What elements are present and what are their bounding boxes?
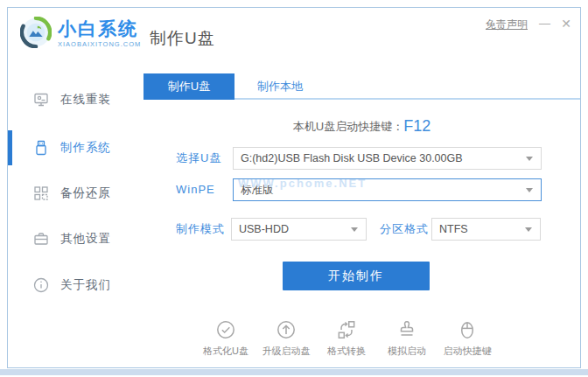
partition-format-label: 分区格式 [380, 218, 429, 241]
usb-select-dropdown[interactable]: G:(hd2)USB Flash Disk USB Device 30.00GB [233, 147, 542, 170]
start-make-button[interactable]: 开始制作 [283, 262, 430, 290]
partition-format-dropdown[interactable]: NTFS [431, 218, 541, 241]
chevron-down-icon [525, 227, 532, 232]
minimize-button[interactable]: — [539, 17, 550, 30]
sidebar-item-label: 备份还原 [60, 185, 111, 201]
arrow-up-circle-icon [275, 318, 298, 341]
window-shadow [0, 369, 588, 375]
sidebar-item-label: 其他设置 [60, 231, 111, 247]
sidebar-item-other-settings[interactable]: 其他设置 [8, 228, 139, 249]
make-mode-dropdown[interactable]: USB-HDD [231, 218, 367, 241]
disclaimer-link[interactable]: 免责声明 [486, 17, 528, 32]
briefcase-icon [32, 230, 50, 248]
winpe-dropdown[interactable]: WWW.pchome.NET 标准版 [233, 178, 542, 201]
page-title: 制作U盘 [150, 27, 215, 50]
tool-label: 升级启动盘 [262, 345, 311, 358]
sidebar-item-backup-restore[interactable]: 备份还原 [8, 183, 139, 204]
monitor-icon [32, 91, 50, 108]
winpe-label: WinPE [176, 178, 215, 201]
tab-bar: 制作U盘 制作本地 [144, 73, 580, 100]
boot-hotkey-value: F12 [403, 117, 430, 135]
tool-boot-hotkey[interactable]: 启动快捷键 [438, 318, 496, 358]
sidebar-item-label: 在线重装 [60, 92, 111, 108]
usb-select-label: 选择U盘 [176, 147, 221, 170]
tool-format-convert[interactable]: 格式转换 [318, 318, 375, 358]
sidebar-item-about-us[interactable]: 关于我们 [8, 275, 139, 296]
app-window: 小白系统 XIAOBAIXITONG.COM 制作U盘 免责声明 — ✕ 在线重… [7, 7, 581, 368]
grid-icon [32, 185, 50, 202]
tool-label: 模拟启动 [388, 345, 426, 358]
check-circle-icon [214, 318, 237, 341]
tool-upgrade-boot-disk[interactable]: 升级启动盘 [257, 318, 315, 358]
make-mode-value: USB-HDD [239, 223, 289, 235]
boot-hotkey-hint: 本机U盘启动快捷键：F12 [144, 117, 580, 136]
chevron-down-icon [351, 227, 358, 232]
sidebar-item-label: 制作系统 [60, 140, 111, 156]
winpe-value: 标准版 [241, 184, 274, 196]
stamp-icon [396, 318, 418, 341]
app-logo [20, 17, 52, 48]
partition-format-value: NTFS [439, 223, 468, 235]
usb-drive-icon [32, 139, 50, 157]
usb-select-value: G:(hd2)USB Flash Disk USB Device 30.00GB [241, 152, 463, 164]
tool-simulate-boot[interactable]: 模拟启动 [378, 318, 436, 358]
sidebar-item-make-system[interactable]: 制作系统 [8, 137, 139, 158]
brand-block: 小白系统 XIAOBAIXITONG.COM [58, 18, 141, 48]
footer-toolbar: 格式化U盘 升级启动盘 格式转换 [197, 318, 496, 358]
info-icon [32, 276, 50, 294]
close-button[interactable]: ✕ [561, 17, 571, 31]
chevron-down-icon [526, 188, 533, 192]
make-mode-label: 制作模式 [176, 218, 225, 241]
tool-label: 格式转换 [327, 345, 366, 358]
tab-make-usb[interactable]: 制作U盘 [144, 73, 234, 100]
mouse-icon [456, 318, 479, 341]
boot-hotkey-label: 本机U盘启动快捷键： [293, 120, 403, 133]
sidebar-item-label: 关于我们 [60, 277, 111, 293]
swirl-globe-logo-icon [20, 17, 52, 48]
tool-label: 启动快捷键 [444, 345, 492, 358]
tool-label: 格式化U盘 [203, 345, 248, 358]
tool-format-usb[interactable]: 格式化U盘 [197, 318, 255, 358]
tab-make-local[interactable]: 制作本地 [234, 73, 326, 100]
sidebar-item-online-reinstall[interactable]: 在线重装 [8, 89, 139, 110]
brand-subtitle: XIAOBAIXITONG.COM [58, 40, 141, 48]
chevron-down-icon [526, 157, 533, 161]
brand-name: 小白系统 [58, 18, 141, 39]
convert-arrows-icon [335, 318, 358, 341]
